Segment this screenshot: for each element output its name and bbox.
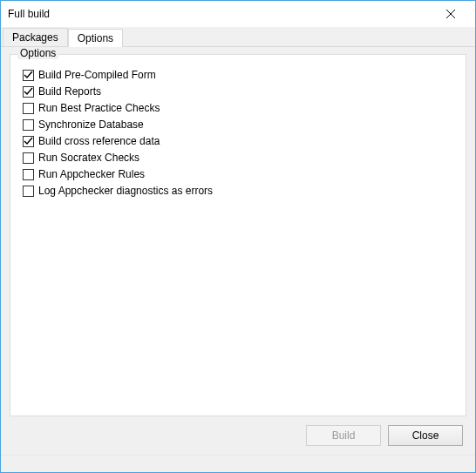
tab-label: Options: [78, 32, 113, 44]
option-label: Build cross reference data: [38, 135, 160, 147]
options-groupbox: Options Build Pre-Compiled Form Build Re…: [10, 54, 466, 416]
dialog-window: Full build Packages Options Options Buil…: [0, 0, 476, 473]
window-title: Full build: [8, 8, 433, 20]
groupbox-label: Options: [17, 47, 58, 59]
window-close-button[interactable]: [433, 2, 468, 26]
checkbox-icon: [23, 70, 34, 81]
close-icon: [446, 10, 455, 18]
option-build-precompiled-form[interactable]: Build Pre-Compiled Form: [19, 67, 457, 83]
option-label: Run Appchecker Rules: [38, 168, 145, 180]
option-run-appchecker-rules[interactable]: Run Appchecker Rules: [19, 166, 457, 182]
option-build-reports[interactable]: Build Reports: [19, 84, 457, 99]
option-label: Build Pre-Compiled Form: [38, 69, 156, 81]
checkbox-icon: [23, 86, 34, 98]
build-button[interactable]: Build: [306, 425, 381, 446]
statusbar: [1, 455, 475, 472]
option-label: Run Best Practice Checks: [38, 102, 160, 114]
checkbox-icon: [23, 169, 34, 180]
checkbox-icon: [23, 103, 34, 114]
content-area: Options Build Pre-Compiled Form Build Re…: [1, 47, 475, 455]
tab-packages[interactable]: Packages: [3, 28, 68, 46]
option-label: Synchronize Database: [38, 118, 144, 131]
tab-label: Packages: [12, 31, 58, 44]
option-log-appchecker-diagnostics-as-errors[interactable]: Log Appchecker diagnostics as errors: [19, 183, 457, 199]
close-button[interactable]: Close: [388, 425, 463, 446]
option-build-cross-reference-data[interactable]: Build cross reference data: [19, 133, 457, 149]
option-run-best-practice-checks[interactable]: Run Best Practice Checks: [19, 100, 457, 116]
titlebar: Full build: [1, 1, 475, 27]
option-synchronize-database[interactable]: Synchronize Database: [19, 117, 457, 132]
checkbox-icon: [23, 119, 34, 131]
button-row: Build Close: [10, 416, 466, 449]
option-label: Run Socratex Checks: [38, 152, 139, 164]
button-label: Close: [412, 429, 439, 442]
checkbox-icon: [23, 152, 34, 164]
checkbox-icon: [23, 136, 34, 147]
tabstrip: Packages Options: [1, 27, 475, 47]
option-label: Build Reports: [38, 85, 101, 98]
option-label: Log Appchecker diagnostics as errors: [38, 185, 213, 197]
tab-options[interactable]: Options: [68, 29, 123, 47]
checkbox-icon: [23, 186, 34, 197]
option-run-socratex-checks[interactable]: Run Socratex Checks: [19, 150, 457, 166]
button-label: Build: [332, 429, 356, 442]
